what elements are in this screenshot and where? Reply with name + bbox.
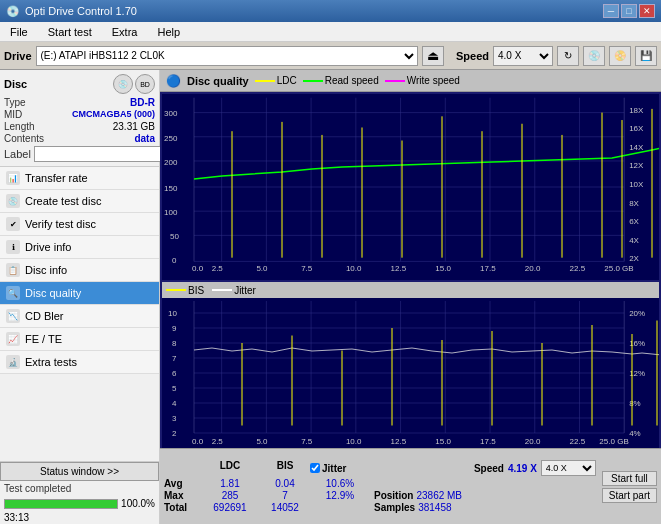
save-btn[interactable]: 💾	[635, 46, 657, 66]
jitter-checkbox[interactable]	[310, 463, 320, 473]
disc-length-value: 23.31 GB	[113, 121, 155, 132]
menu-file[interactable]: File	[4, 24, 34, 40]
stats-speed-label: Speed	[474, 463, 504, 474]
svg-text:17.5: 17.5	[480, 437, 496, 446]
nav-disc-info[interactable]: 📋 Disc info	[0, 259, 159, 282]
legend-read-speed-color	[303, 80, 323, 82]
fe-te-icon: 📈	[6, 332, 20, 346]
svg-text:8%: 8%	[629, 399, 641, 408]
close-button[interactable]: ✕	[639, 4, 655, 18]
legend-jitter: Jitter	[212, 285, 256, 296]
stats-total-label: Total	[164, 502, 200, 513]
stats-total-jitter-spacer	[310, 502, 370, 513]
chart-title-icon: 🔵	[166, 74, 181, 88]
maximize-button[interactable]: □	[621, 4, 637, 18]
disc-label-label: Label	[4, 148, 31, 160]
disc-type-label: Type	[4, 97, 26, 108]
drive-selector[interactable]: (E:) ATAPI iHBS112 2 CL0K	[36, 46, 418, 66]
disc-type-icon[interactable]: BD	[135, 74, 155, 94]
svg-text:12X: 12X	[629, 161, 644, 170]
speed-label: Speed	[456, 50, 489, 62]
stats-avg-bis: 0.04	[260, 478, 310, 489]
nav-disc-quality-label: Disc quality	[25, 287, 81, 299]
app-icon: 💿	[6, 5, 20, 18]
top-chart-container: 300 250 200 150 100 50 0 18X 16X 14X 12X…	[162, 94, 659, 280]
svg-text:17.5: 17.5	[480, 264, 496, 273]
chart-header: 🔵 Disc quality LDC Read speed Write spee…	[160, 70, 661, 92]
nav-drive-info[interactable]: ℹ Drive info	[0, 236, 159, 259]
stats-max-ldc: 285	[200, 490, 260, 501]
disc-btn-2[interactable]: 📀	[609, 46, 631, 66]
stats-speed-select[interactable]: 4.0 X	[541, 460, 596, 476]
start-full-button[interactable]: Start full	[602, 471, 657, 486]
disc-icon-btn[interactable]: 💿	[113, 74, 133, 94]
nav-extra-tests[interactable]: 🔬 Extra tests	[0, 351, 159, 374]
status-text: Test completed	[0, 481, 159, 496]
bottom-chart-svg: 10 9 8 7 6 5 4 3 2 20% 16% 12% 8%	[162, 298, 659, 448]
nav-disc-quality[interactable]: 🔍 Disc quality	[0, 282, 159, 305]
content-area: Disc 💿 BD Type BD-R MID CMCMAGBA5 (000) …	[0, 70, 661, 524]
svg-text:9: 9	[172, 324, 177, 333]
svg-text:18X: 18X	[629, 106, 644, 115]
svg-text:20%: 20%	[629, 309, 645, 318]
minimize-button[interactable]: ─	[603, 4, 619, 18]
stats-max-label: Max	[164, 490, 200, 501]
svg-text:200: 200	[164, 158, 178, 167]
verify-test-disc-icon: ✔	[6, 217, 20, 231]
eject-button[interactable]: ⏏	[422, 46, 444, 66]
disc-length-row: Length 23.31 GB	[4, 121, 155, 132]
legend-ldc-color	[255, 80, 275, 82]
disc-contents-value: data	[134, 133, 155, 144]
speed-selector[interactable]: 4.0 X	[493, 46, 553, 66]
disc-contents-row: Contents data	[4, 133, 155, 144]
nav-fe-te[interactable]: 📈 FE / TE	[0, 328, 159, 351]
menu-extra[interactable]: Extra	[106, 24, 144, 40]
stats-ldc-header: LDC	[200, 460, 260, 476]
nav-create-test-disc[interactable]: 💿 Create test disc	[0, 190, 159, 213]
disc-contents-label: Contents	[4, 133, 44, 144]
disc-mid-label: MID	[4, 109, 22, 120]
disc-label-input[interactable]	[34, 146, 163, 162]
legend-jitter-label: Jitter	[234, 285, 256, 296]
disc-btn-1[interactable]: 💿	[583, 46, 605, 66]
svg-text:2X: 2X	[629, 254, 639, 263]
svg-text:0.0: 0.0	[192, 437, 204, 446]
start-part-button[interactable]: Start part	[602, 488, 657, 503]
svg-text:10.0: 10.0	[346, 437, 362, 446]
svg-text:25.0 GB: 25.0 GB	[599, 437, 628, 446]
nav-verify-test-disc[interactable]: ✔ Verify test disc	[0, 213, 159, 236]
svg-text:6X: 6X	[629, 217, 639, 226]
menu-help[interactable]: Help	[151, 24, 186, 40]
stats-total-bis: 14052	[260, 502, 310, 513]
chart-title: Disc quality	[187, 75, 249, 87]
extra-tests-icon: 🔬	[6, 355, 20, 369]
legend-bis-color	[166, 289, 186, 291]
svg-text:50: 50	[170, 232, 179, 241]
progress-row: 100.0%	[0, 496, 159, 511]
stats-total-row: Total 692691 14052 Samples 381458	[164, 502, 596, 513]
disc-header: Disc 💿 BD	[4, 74, 155, 94]
nav-create-test-disc-label: Create test disc	[25, 195, 101, 207]
disc-info-icon: 📋	[6, 263, 20, 277]
svg-text:15.0: 15.0	[435, 437, 451, 446]
svg-text:22.5: 22.5	[570, 437, 586, 446]
status-window-button[interactable]: Status window >>	[0, 462, 159, 481]
nav-disc-info-label: Disc info	[25, 264, 67, 276]
menu-start-test[interactable]: Start test	[42, 24, 98, 40]
svg-text:5.0: 5.0	[256, 437, 268, 446]
disc-section: Disc 💿 BD Type BD-R MID CMCMAGBA5 (000) …	[0, 70, 159, 167]
legend-bis: BIS	[166, 285, 204, 296]
svg-text:20.0: 20.0	[525, 437, 541, 446]
stats-bis-header: BIS	[260, 460, 310, 476]
svg-text:300: 300	[164, 109, 178, 118]
samples-label: Samples	[374, 502, 415, 513]
svg-text:12.5: 12.5	[391, 264, 407, 273]
nav-transfer-rate[interactable]: 📊 Transfer rate	[0, 167, 159, 190]
svg-text:4%: 4%	[629, 429, 641, 438]
nav-cd-bler[interactable]: 📉 CD Bler	[0, 305, 159, 328]
stats-spacer	[164, 460, 200, 476]
speed-refresh-button[interactable]: ↻	[557, 46, 579, 66]
stats-avg-jitter: 10.6%	[310, 478, 370, 489]
svg-text:5.0: 5.0	[256, 264, 268, 273]
svg-text:2.5: 2.5	[212, 264, 224, 273]
